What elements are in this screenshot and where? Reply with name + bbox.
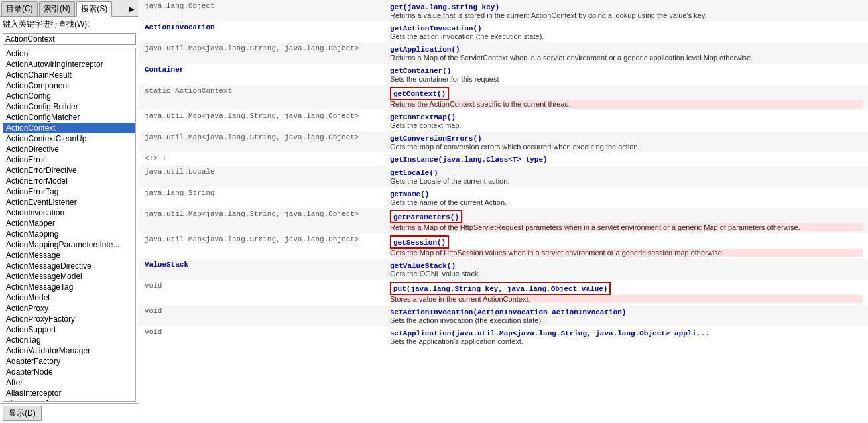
list-item[interactable]: ActionChainResult (3, 70, 135, 80)
doc-type-cell: Container (139, 64, 385, 85)
list-item[interactable]: AliasInterceptor (3, 388, 135, 398)
list-item[interactable]: AdapterNode (3, 367, 135, 377)
list-item[interactable]: ActionError (3, 154, 135, 165)
list-item[interactable]: ActionModel (3, 292, 135, 303)
list-item[interactable]: AdapterFactory (3, 356, 135, 367)
doc-method-cell: setApplication(java.util.Map<java.lang.S… (385, 326, 868, 347)
class-list[interactable]: ActionActionAutowiringInterceptorActionC… (3, 48, 136, 402)
tab-bar: 目录(C) 索引(N) 搜索(S) ▶ (0, 0, 139, 17)
doc-type-cell: java.util.Map<java.lang.String, java.lan… (139, 131, 385, 152)
doc-type-cell: void (139, 305, 385, 326)
doc-method-cell: getConversionErrors()Gets the map of con… (385, 131, 868, 152)
list-item[interactable]: ActionMessageModel (3, 271, 135, 282)
list-item[interactable]: ActionAutowiringInterceptor (3, 59, 135, 70)
list-item[interactable]: ActionConfig.Builder (3, 101, 135, 112)
list-item[interactable]: ActionErrorTag (3, 186, 135, 197)
search-label: 键入关键字进行查找(W): (0, 17, 139, 32)
doc-type-cell: java.util.Map<java.lang.String, java.lan… (139, 233, 385, 259)
doc-method-cell: setActionInvocation(ActionInvocation act… (385, 305, 868, 326)
list-item[interactable]: ActionMessageDirective (3, 261, 135, 271)
left-panel: 目录(C) 索引(N) 搜索(S) ▶ 键入关键字进行查找(W): Action… (0, 0, 139, 423)
doc-method-cell: getParameters()Returns a Map of the Http… (385, 208, 868, 233)
list-item[interactable]: ActionInvocation (3, 208, 135, 218)
doc-type-cell: ActionInvocation (139, 21, 385, 42)
right-panel: java.lang.Objectget(java.lang.String key… (139, 0, 868, 423)
list-item[interactable]: ActionMessageTag (3, 282, 135, 292)
doc-type-cell: java.util.Map<java.lang.String, java.lan… (139, 208, 385, 233)
doc-table: java.lang.Objectget(java.lang.String key… (139, 0, 868, 347)
list-item[interactable]: ActionErrorModel (3, 176, 135, 186)
list-item[interactable]: ActionSupport (3, 324, 135, 335)
list-item[interactable]: After (3, 377, 135, 388)
list-item[interactable]: ActionMessage (3, 250, 135, 261)
doc-method-cell: getSession()Gets the Map of HttpSession … (385, 233, 868, 259)
doc-method-cell: getLocale()Gets the Locale of the curren… (385, 166, 868, 187)
search-input[interactable] (3, 33, 136, 45)
doc-method-cell: get(java.lang.String key)Returns a value… (385, 0, 868, 21)
display-button[interactable]: 显示(D) (3, 406, 42, 421)
tab-arrow[interactable]: ▶ (127, 4, 137, 14)
list-item[interactable]: ActionMapping (3, 229, 135, 239)
list-item[interactable]: ActionProxyFactory (3, 314, 135, 324)
list-item[interactable]: ActionMappingParametersInte... (3, 239, 135, 250)
doc-type-cell: void (139, 280, 385, 305)
doc-method-cell: getValueStack()Gets the OGNL value stack… (385, 259, 868, 280)
doc-method-cell: getApplication()Returns a Map of the Ser… (385, 42, 868, 64)
doc-method-cell: getContext()Returns the ActionContext sp… (385, 85, 868, 110)
list-item[interactable]: ActionProxy (3, 303, 135, 314)
doc-type-cell: java.util.Map<java.lang.String, java.lan… (139, 42, 385, 64)
list-item[interactable]: ActionErrorDirective (3, 165, 135, 176)
list-item[interactable]: allowance_frame (3, 398, 135, 402)
doc-type-cell: void (139, 326, 385, 347)
doc-method-cell: getName()Gets the name of the current Ac… (385, 187, 868, 208)
doc-type-cell: java.lang.Object (139, 0, 385, 21)
doc-type-cell: <T> T (139, 152, 385, 166)
list-item[interactable]: ActionEventListener (3, 197, 135, 208)
list-item[interactable]: ActionConfig (3, 91, 135, 101)
list-item[interactable]: ActionTag (3, 335, 135, 345)
list-item[interactable]: ActionComponent (3, 80, 135, 91)
doc-type-cell: java.lang.String (139, 187, 385, 208)
list-item[interactable]: ActionDirective (3, 144, 135, 154)
list-item[interactable]: Action (3, 48, 135, 59)
doc-type-cell: java.util.Locale (139, 166, 385, 187)
doc-type-cell: ValueStack (139, 259, 385, 280)
doc-type-cell: java.util.Map<java.lang.String, java.lan… (139, 110, 385, 131)
bottom-bar: 显示(D) (0, 403, 139, 423)
tab-index[interactable]: 索引(N) (39, 1, 76, 16)
doc-method-cell: getContainer()Sets the container for thi… (385, 64, 868, 85)
list-item[interactable]: ActionValidatorManager (3, 345, 135, 356)
list-item[interactable]: ActionContext (3, 123, 135, 133)
list-item[interactable]: ActionConfigMatcher (3, 112, 135, 123)
doc-type-cell: static ActionContext (139, 85, 385, 110)
tab-search[interactable]: 搜索(S) (76, 1, 112, 17)
doc-method-cell: getActionInvocation()Gets the action inv… (385, 21, 868, 42)
list-item[interactable]: ActionMapper (3, 218, 135, 229)
doc-method-cell: getInstance(java.lang.Class<T> type) (385, 152, 868, 166)
tab-contents[interactable]: 目录(C) (1, 1, 38, 16)
doc-method-cell: getContextMap()Gets the context map. (385, 110, 868, 131)
list-item[interactable]: ActionContextCleanUp (3, 133, 135, 144)
doc-method-cell: put(java.lang.String key, java.lang.Obje… (385, 280, 868, 305)
